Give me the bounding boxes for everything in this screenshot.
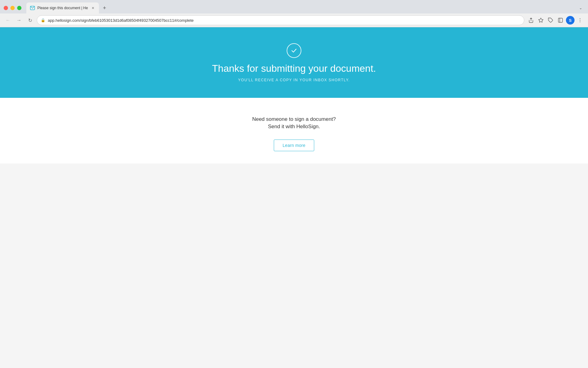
tab-favicon-icon	[30, 6, 35, 10]
page-content: Thanks for submitting your document. YOU…	[0, 27, 588, 368]
extensions-button[interactable]	[546, 16, 555, 25]
tab-overflow-button[interactable]: ⌄	[577, 4, 584, 12]
svg-point-4	[580, 18, 580, 19]
hero-banner: Thanks for submitting your document. YOU…	[0, 27, 588, 98]
svg-point-5	[580, 20, 580, 21]
cta-subheading: Send it with HelloSign.	[268, 124, 320, 130]
address-bar[interactable]: 🔒 app.hellosign.com/sign/bfeb61053013d1d…	[37, 15, 524, 25]
success-check-circle	[287, 43, 301, 58]
close-window-button[interactable]	[4, 6, 8, 10]
back-button[interactable]: ←	[4, 16, 12, 25]
forward-button[interactable]: →	[15, 16, 23, 25]
cta-heading: Need someone to sign a document?	[252, 116, 336, 122]
address-bar-row: ← → ↻ 🔒 app.hellosign.com/sign/bfeb61053…	[0, 13, 588, 27]
toolbar-right: S	[527, 16, 584, 25]
close-tab-button[interactable]: ✕	[90, 6, 95, 10]
learn-more-button[interactable]: Learn more	[274, 140, 315, 151]
minimize-window-button[interactable]	[10, 6, 15, 10]
sidebar-button[interactable]	[556, 16, 565, 25]
hero-title: Thanks for submitting your document.	[212, 63, 376, 74]
url-text: app.hellosign.com/sign/bfeb61053013d1d6a…	[48, 18, 194, 23]
bookmark-button[interactable]	[537, 16, 545, 25]
browser-chrome: Please sign this document | He ✕ + ⌄ ← →…	[0, 0, 588, 27]
share-button[interactable]	[527, 16, 535, 25]
profile-button[interactable]: S	[566, 16, 575, 25]
new-tab-button[interactable]: +	[100, 4, 109, 12]
lock-icon: 🔒	[41, 18, 45, 22]
tab-title-text: Please sign this document | He	[37, 6, 88, 10]
window-controls	[4, 6, 21, 10]
tab-bar: Please sign this document | He ✕ + ⌄	[0, 0, 588, 13]
svg-rect-2	[558, 18, 563, 22]
maximize-window-button[interactable]	[17, 6, 21, 10]
active-tab[interactable]: Please sign this document | He ✕	[26, 2, 99, 13]
main-content: Need someone to sign a document? Send it…	[0, 98, 588, 163]
refresh-button[interactable]: ↻	[26, 16, 34, 25]
hero-subtitle: YOU'LL RECEIVE A COPY IN YOUR INBOX SHOR…	[238, 78, 350, 82]
menu-button[interactable]	[576, 16, 584, 25]
svg-point-6	[580, 21, 580, 22]
